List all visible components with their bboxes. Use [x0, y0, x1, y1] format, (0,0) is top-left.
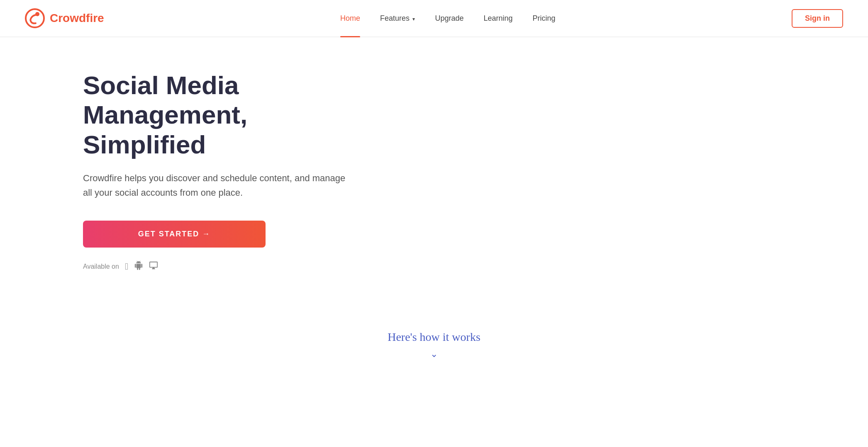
nav-link-home[interactable]: Home [340, 14, 360, 22]
available-on-section: Available on  [83, 261, 349, 272]
available-on-label: Available on [83, 263, 119, 270]
platform-icons:  [125, 261, 158, 272]
how-it-works-label: Here's how it works [0, 330, 868, 344]
features-chevron-icon: ▾ [411, 16, 415, 22]
svg-point-1 [35, 12, 39, 16]
nav-link-pricing[interactable]: Pricing [533, 14, 556, 22]
hero-title: Social Media Management, Simplified [83, 70, 349, 159]
logo-icon [25, 8, 45, 28]
get-started-button[interactable]: GET STARTED → [83, 221, 266, 248]
nav-link-features[interactable]: Features ▾ [380, 14, 415, 22]
hero-section: Social Media Management, Simplified Crow… [0, 37, 373, 297]
apple-icon:  [125, 261, 128, 272]
svg-point-0 [26, 9, 44, 27]
nav-link-learning[interactable]: Learning [484, 14, 513, 22]
nav-item-upgrade[interactable]: Upgrade [435, 14, 463, 23]
brand-name: Crowdfire [50, 12, 104, 25]
android-icon [134, 261, 143, 272]
signin-button[interactable]: Sign in [792, 9, 843, 28]
hero-subtitle: Crowdfire helps you discover and schedul… [83, 171, 349, 200]
nav-item-home[interactable]: Home [340, 14, 360, 23]
chevron-down-icon: ⌄ [0, 349, 868, 360]
logo-link[interactable]: Crowdfire [25, 8, 104, 28]
nav-item-learning[interactable]: Learning [484, 14, 513, 23]
nav-item-features[interactable]: Features ▾ [380, 14, 415, 23]
nav-item-pricing[interactable]: Pricing [533, 14, 556, 23]
navigation: Crowdfire Home Features ▾ Upgrade Learni… [0, 0, 868, 37]
desktop-icon [149, 261, 158, 272]
how-it-works-section: Here's how it works ⌄ [0, 314, 868, 372]
nav-menu: Home Features ▾ Upgrade Learning Pricing [340, 14, 556, 23]
nav-link-upgrade[interactable]: Upgrade [435, 14, 463, 22]
